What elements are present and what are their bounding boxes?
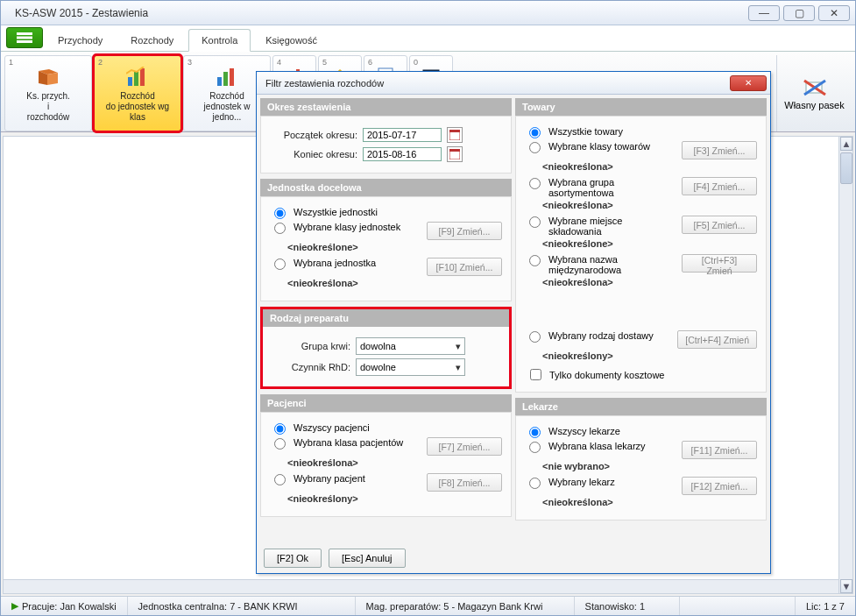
- scroll-up-icon[interactable]: ▲: [840, 137, 852, 151]
- ctrlf3-button[interactable]: [Ctrl+F3] Zmień: [682, 254, 757, 273]
- status-station: Stanowisko: 1: [575, 597, 680, 615]
- status-licence: Lic: 1 z 7: [795, 597, 855, 615]
- book-icon: [36, 65, 60, 89]
- pacjenci-radio-class[interactable]: [274, 438, 286, 450]
- app-menu-button[interactable]: [6, 27, 43, 48]
- chevron-down-icon: ▾: [456, 362, 461, 373]
- svg-rect-8: [230, 68, 234, 86]
- tab-kontrola[interactable]: Kontrola: [188, 29, 251, 52]
- ribbon-label: Ks. przych. i rozchodów: [26, 91, 69, 123]
- jednostka-radio-all[interactable]: [274, 208, 286, 219]
- vertical-scrollbar[interactable]: ▲ ▼: [838, 137, 852, 593]
- pacjenci-header: Pacjenci: [260, 394, 512, 412]
- rhd-label: Czynnik RhD:: [272, 362, 350, 372]
- statusbar: ▶Pracuje: Jan Kowalski Jednostka central…: [1, 596, 855, 615]
- f3-button[interactable]: [F3] Zmień...: [682, 141, 757, 159]
- towary-radio-nazwa[interactable]: [529, 255, 541, 266]
- jednostka-radio-single[interactable]: [274, 258, 286, 270]
- cancel-button[interactable]: [Esc] Anuluj: [329, 549, 405, 568]
- lekarze-header: Lekarze: [515, 398, 767, 415]
- ribbon-num: 1: [9, 58, 13, 67]
- svg-rect-22: [449, 130, 460, 132]
- svg-rect-2: [17, 40, 32, 43]
- end-date-label: Koniec okresu:: [270, 149, 357, 159]
- titlebar: KS-ASW 2015 - Zestawienia ― ▢ ✕: [1, 1, 855, 25]
- start-date-label: Początek okresu:: [270, 130, 357, 140]
- pacjenci-radio-all[interactable]: [274, 423, 286, 435]
- paste-icon: [803, 77, 827, 100]
- grupa-combo[interactable]: dowolna▾: [356, 337, 465, 355]
- svg-rect-4: [134, 72, 138, 86]
- start-date-input[interactable]: [363, 128, 442, 142]
- lekarze-radio-single[interactable]: [529, 478, 541, 489]
- towary-radio-all[interactable]: [529, 127, 541, 138]
- tab-rozchody[interactable]: Rozchody: [117, 28, 187, 51]
- f4-button[interactable]: [F4] Zmień...: [682, 177, 757, 195]
- jednostka-header: Jednostka docelowa: [260, 179, 512, 196]
- towary-radio-miejsce[interactable]: [529, 216, 541, 228]
- chart-icon: [215, 65, 239, 89]
- dialog-footer: [F2] Ok [Esc] Anuluj: [264, 549, 406, 568]
- svg-rect-0: [17, 32, 32, 35]
- dialog-left-column: Okres zestawienia Początek okresu: Konie…: [260, 98, 512, 540]
- maximize-button[interactable]: ▢: [783, 5, 815, 21]
- dialog-close-button[interactable]: ✕: [730, 75, 767, 91]
- grupa-label: Grupa krwi:: [272, 341, 350, 351]
- jednostka-radio-klasy[interactable]: [274, 223, 286, 234]
- towary-radio-grupa[interactable]: [529, 178, 541, 189]
- ctrlf4-button[interactable]: [Ctrl+F4] Zmień: [677, 330, 757, 349]
- lekarze-radio-all[interactable]: [529, 427, 541, 438]
- lekarze-radio-class[interactable]: [529, 442, 541, 453]
- f10-button[interactable]: [F10] Zmień...: [427, 258, 502, 276]
- f7-button[interactable]: [F7] Zmień...: [427, 437, 502, 456]
- rhd-combo[interactable]: dowolne▾: [356, 358, 465, 376]
- status-warehouse: Mag. preparatów: 5 - Magazyn Bank Krwi: [356, 597, 575, 615]
- svg-rect-1: [17, 37, 32, 39]
- scroll-down-icon[interactable]: ▼: [840, 579, 852, 593]
- dialog-titlebar: Filtr zestawienia rozchodów ✕: [257, 72, 770, 95]
- svg-rect-6: [217, 77, 222, 86]
- f8-button[interactable]: [F8] Zmień...: [427, 473, 502, 492]
- f11-button[interactable]: [F11] Zmień...: [682, 441, 757, 459]
- f12-button[interactable]: [F12] Zmień...: [682, 477, 757, 495]
- pacjenci-radio-single[interactable]: [274, 474, 286, 485]
- menubar: Przychody Rozchody Kontrola Księgowość: [1, 25, 855, 52]
- rodzaj-header: Rodzaj preparatu: [263, 309, 509, 327]
- okres-header: Okres zestawienia: [260, 98, 512, 116]
- dialog-right-column: Towary Wszystkie towary Wybrane klasy to…: [515, 98, 767, 540]
- minimize-button[interactable]: ―: [748, 5, 780, 21]
- window-title: KS-ASW 2015 - Zestawienia: [1, 7, 148, 19]
- ribbon-right[interactable]: Własny pasek: [776, 55, 852, 131]
- app-window: KS-ASW 2015 - Zestawienia ― ▢ ✕ Przychod…: [0, 0, 856, 616]
- status-unit: Jednostka centralna: 7 - BANK KRWI: [128, 597, 356, 615]
- window-controls: ― ▢ ✕: [748, 5, 855, 21]
- svg-rect-3: [128, 77, 132, 86]
- close-button[interactable]: ✕: [818, 5, 850, 21]
- svg-rect-24: [449, 149, 460, 152]
- towary-radio-klasy[interactable]: [529, 142, 541, 153]
- kosztowe-checkbox[interactable]: [530, 369, 541, 380]
- towary-radio-dostawa[interactable]: [529, 331, 541, 343]
- f5-button[interactable]: [F5] Zmień...: [682, 216, 757, 234]
- scroll-thumb[interactable]: [840, 152, 852, 184]
- tab-przychody[interactable]: Przychody: [45, 28, 116, 51]
- status-user: ▶Pracuje: Jan Kowalski: [1, 597, 128, 615]
- calendar-icon[interactable]: [447, 127, 463, 143]
- end-date-input[interactable]: [363, 147, 442, 161]
- chevron-down-icon: ▾: [456, 341, 461, 352]
- ribbon-btn-2[interactable]: 2 Rozchód do jednostek wg klas: [94, 55, 181, 131]
- ribbon-num: 3: [187, 58, 192, 67]
- ok-button[interactable]: [F2] Ok: [264, 549, 322, 568]
- svg-rect-5: [140, 68, 145, 86]
- f9-button[interactable]: [F9] Zmień...: [427, 222, 502, 240]
- towary-header: Towary: [515, 98, 767, 116]
- ribbon-num: 2: [98, 58, 103, 67]
- horizontal-scrollbar[interactable]: [4, 579, 838, 593]
- ribbon-right-label: Własny pasek: [784, 100, 844, 110]
- dialog-title: Filtr zestawienia rozchodów: [265, 78, 384, 89]
- ribbon-label: Rozchód do jednostek wg klas: [106, 91, 169, 123]
- ribbon-btn-1[interactable]: 1 Ks. przych. i rozchodów: [4, 55, 92, 131]
- tab-ksiegowosc[interactable]: Księgowość: [252, 28, 330, 51]
- calendar-icon[interactable]: [447, 146, 463, 162]
- svg-rect-7: [223, 72, 228, 86]
